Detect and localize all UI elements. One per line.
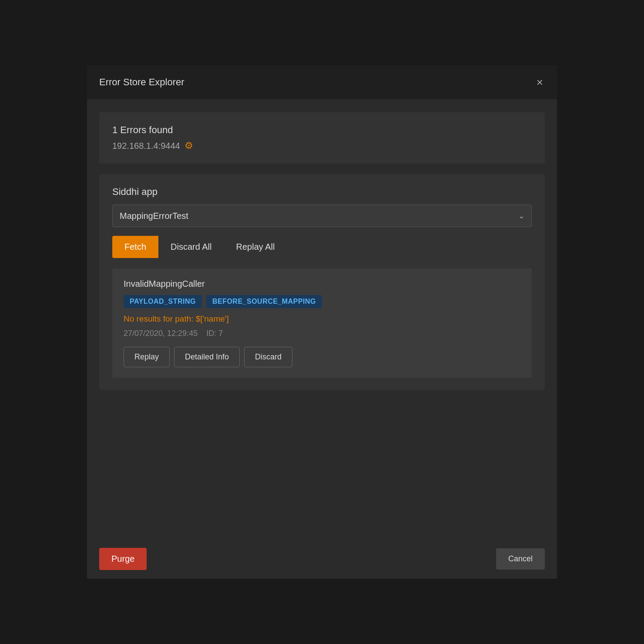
server-row: 192.168.1.4:9444 ⚙	[112, 140, 532, 151]
error-item-card: InvalidMappingCaller PAYLOAD_STRING BEFO…	[112, 268, 532, 378]
modal-body: 1 Errors found 192.168.1.4:9444 ⚙ Siddhi…	[87, 99, 557, 539]
modal-container: Error Store Explorer × 1 Errors found 19…	[87, 65, 557, 579]
replay-all-button[interactable]: Replay All	[224, 236, 287, 258]
before-source-mapping-tag: BEFORE_SOURCE_MAPPING	[206, 295, 322, 308]
app-select-wrapper: MappingErrorTest ⌄	[112, 205, 532, 227]
error-source-name: InvalidMappingCaller	[124, 279, 520, 289]
close-button[interactable]: ×	[535, 75, 545, 90]
replay-button[interactable]: Replay	[124, 347, 170, 367]
purge-button[interactable]: Purge	[99, 548, 147, 570]
error-timestamp: 27/07/2020, 12:29:45	[124, 329, 198, 338]
error-id: ID: 7	[206, 329, 223, 338]
app-select[interactable]: MappingErrorTest	[112, 205, 532, 227]
action-buttons-row: Fetch Discard All Replay All	[112, 236, 532, 258]
modal-header: Error Store Explorer ×	[87, 65, 557, 99]
modal-title: Error Store Explorer	[99, 77, 184, 88]
errors-found-label: 1 Errors found	[112, 124, 532, 136]
detailed-info-button[interactable]: Detailed Info	[174, 347, 240, 367]
payload-string-tag: PAYLOAD_STRING	[124, 295, 202, 308]
error-meta: 27/07/2020, 12:29:45 ID: 7	[124, 329, 520, 338]
modal-footer: Purge Cancel	[87, 539, 557, 579]
discard-all-button[interactable]: Discard All	[158, 236, 224, 258]
siddhi-app-label: Siddhi app	[112, 186, 532, 198]
errors-found-section: 1 Errors found 192.168.1.4:9444 ⚙	[99, 112, 545, 164]
error-message: No results for path: $['name']	[124, 314, 520, 324]
tag-row: PAYLOAD_STRING BEFORE_SOURCE_MAPPING	[124, 295, 520, 308]
item-buttons-row: Replay Detailed Info Discard	[124, 347, 520, 367]
server-address: 192.168.1.4:9444	[112, 141, 180, 151]
siddhi-app-section: Siddhi app MappingErrorTest ⌄ Fetch Disc…	[99, 174, 545, 390]
fetch-button[interactable]: Fetch	[112, 236, 158, 258]
discard-button[interactable]: Discard	[244, 347, 292, 367]
cancel-button[interactable]: Cancel	[496, 548, 545, 570]
gear-icon[interactable]: ⚙	[184, 140, 193, 151]
footer-actions: Purge Cancel	[99, 548, 545, 570]
